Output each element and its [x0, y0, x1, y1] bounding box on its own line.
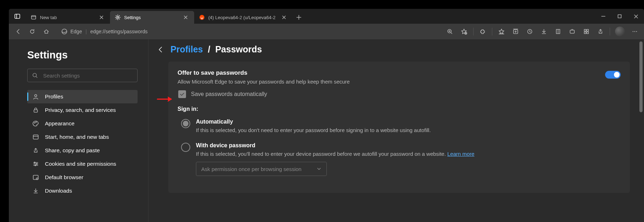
nav-item-downloads[interactable]: Downloads	[27, 184, 138, 198]
nav-item-default-browser[interactable]: Default browser	[27, 171, 138, 184]
nav-item-appearance[interactable]: Appearance	[27, 117, 138, 130]
nav-label: Privacy, search, and services	[45, 107, 116, 113]
radio-desc: If this is selected, you'll need to ente…	[196, 151, 474, 157]
svg-rect-17	[618, 15, 621, 18]
extensions-button[interactable]	[476, 25, 489, 38]
svg-rect-35	[570, 30, 574, 33]
learn-more-link[interactable]: Learn more	[447, 151, 475, 157]
nav-item-privacy[interactable]: Privacy, search, and services	[27, 103, 138, 117]
tab-label: Settings	[124, 15, 179, 20]
annotation-arrow-icon	[157, 96, 173, 104]
address-bar[interactable]: Edge | edge://settings/passwords	[56, 26, 152, 37]
favorite-button[interactable]	[458, 25, 470, 38]
nav-item-start[interactable]: Start, home, and new tabs	[27, 130, 138, 144]
settings-sidebar: Settings Profiles Privacy, search, and s…	[9, 39, 149, 222]
site-identity-label: Edge	[70, 29, 82, 34]
dropdown-value: Ask permission once per browsing session	[201, 166, 301, 172]
autosave-row[interactable]: Save passwords automatically	[178, 90, 621, 98]
sidebar-title: Settings	[27, 49, 139, 61]
nav-label: Cookies and site permissions	[45, 161, 116, 167]
newtab-icon	[31, 15, 36, 20]
reddit-icon	[199, 15, 205, 20]
radio-desc: If this is selected, you don't need to e…	[196, 127, 431, 133]
back-button[interactable]	[12, 25, 24, 38]
reading-mode-icon[interactable]	[552, 25, 564, 38]
nav-label: Appearance	[45, 120, 75, 127]
svg-point-9	[199, 15, 204, 20]
radio-input[interactable]	[181, 143, 190, 152]
offer-toggle[interactable]	[605, 71, 621, 79]
svg-point-47	[34, 123, 35, 123]
tab-newtab[interactable]: New tab	[26, 11, 110, 24]
toolbar: Edge | edge://settings/passwords	[9, 24, 644, 39]
zoom-icon[interactable]	[443, 25, 456, 38]
breadcrumb-parent[interactable]: Profiles	[170, 44, 203, 55]
scrollbar-thumb[interactable]	[639, 41, 643, 112]
site-identity[interactable]: Edge	[61, 28, 82, 35]
palette-icon	[32, 120, 39, 127]
new-tab-button[interactable]	[292, 11, 305, 24]
profile-avatar[interactable]	[615, 27, 625, 36]
search-icon	[32, 72, 38, 79]
collections-button[interactable]	[509, 25, 522, 38]
breadcrumb: Profiles / Passwords	[156, 44, 630, 55]
apps-button[interactable]	[580, 25, 593, 38]
radio-title: Automatically	[196, 119, 431, 125]
refresh-button[interactable]	[26, 25, 39, 38]
titlebar: New tab Settings (4) Leopeva64-2 (u/Leop…	[9, 9, 644, 24]
close-window-button[interactable]	[628, 9, 644, 24]
radio-automatically[interactable]: Automatically If this is selected, you d…	[181, 119, 621, 133]
svg-point-40	[633, 31, 633, 32]
close-icon[interactable]	[280, 14, 288, 21]
history-button[interactable]	[523, 25, 536, 38]
signin-label: Sign in:	[178, 106, 621, 112]
breadcrumb-back-button[interactable]	[156, 45, 166, 55]
screenshot-button[interactable]	[566, 25, 579, 38]
settings-nav: Profiles Privacy, search, and services A…	[27, 90, 138, 198]
downloads-button[interactable]	[538, 25, 550, 38]
tab-actions-button[interactable]	[9, 9, 26, 24]
nav-label: Default browser	[45, 174, 83, 181]
svg-point-42	[636, 31, 637, 32]
svg-rect-46	[34, 110, 37, 112]
maximize-button[interactable]	[611, 9, 628, 24]
svg-point-10	[201, 17, 202, 18]
nav-item-cookies[interactable]: Cookies and site permissions	[27, 157, 138, 171]
svg-point-48	[36, 122, 36, 123]
svg-rect-38	[584, 32, 586, 34]
minimize-button[interactable]	[595, 9, 611, 24]
favorites-list-button[interactable]	[495, 25, 508, 38]
close-icon[interactable]	[182, 14, 189, 21]
passwords-card: Offer to save passwords Allow Microsoft …	[168, 62, 630, 193]
more-button[interactable]	[628, 25, 641, 38]
tab-reddit[interactable]: (4) Leopeva64-2 (u/Leopeva64-2	[194, 11, 292, 24]
nav-label: Share, copy and paste	[45, 147, 100, 154]
autosave-label: Save passwords automatically	[191, 91, 267, 97]
svg-rect-49	[33, 135, 38, 139]
nav-item-share[interactable]: Share, copy and paste	[27, 144, 138, 157]
offer-title: Offer to save passwords	[178, 69, 605, 76]
gear-icon	[115, 15, 121, 20]
download-icon	[32, 187, 39, 194]
edge-window: New tab Settings (4) Leopeva64-2 (u/Leop…	[9, 9, 644, 222]
permission-dropdown[interactable]: Ask permission once per browsing session	[196, 162, 327, 176]
tab-settings[interactable]: Settings	[110, 11, 194, 24]
share-button[interactable]	[594, 25, 607, 38]
home-button[interactable]	[40, 25, 53, 38]
window-controls	[595, 9, 644, 24]
edge-logo-icon	[61, 28, 68, 35]
nav-label: Profiles	[45, 93, 63, 100]
profile-icon	[32, 93, 39, 100]
svg-rect-0	[15, 14, 20, 18]
search-settings-field[interactable]	[42, 72, 133, 79]
close-icon[interactable]	[98, 14, 105, 21]
autosave-checkbox[interactable]	[178, 90, 186, 98]
nav-label: Start, home, and new tabs	[45, 134, 109, 140]
radio-input[interactable]	[181, 119, 190, 128]
search-settings-input[interactable]	[27, 69, 138, 82]
nav-item-profiles[interactable]: Profiles	[27, 90, 138, 103]
svg-rect-57	[33, 175, 38, 180]
nav-label: Downloads	[45, 188, 72, 194]
radio-device-password[interactable]: With device password If this is selected…	[181, 142, 621, 176]
chevron-down-icon	[317, 166, 321, 171]
